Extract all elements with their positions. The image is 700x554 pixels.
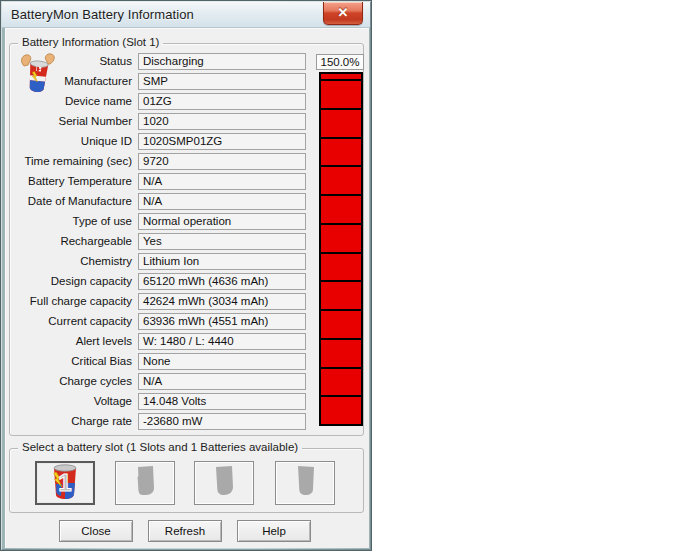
info-row-label: Full charge capacity	[10, 293, 138, 309]
battery-slot-button-2[interactable]	[115, 461, 175, 505]
info-row-value-field[interactable]: W: 1480 / L: 4440	[138, 333, 306, 350]
info-row-value-field[interactable]: 65120 mWh (4636 mAh)	[138, 273, 306, 290]
info-row: ManufacturerSMP	[10, 73, 363, 93]
info-row-label: Alert levels	[10, 333, 138, 349]
battery-slot-button-4[interactable]	[275, 461, 335, 505]
info-row-value-field[interactable]: 14.048 Volts	[138, 393, 306, 410]
window-title: BatteryMon Battery Information	[11, 7, 194, 22]
info-row: Type of useNormal operation	[10, 213, 363, 233]
info-row-label: Unique ID	[10, 133, 138, 149]
info-row-label: Chemistry	[10, 253, 138, 269]
info-row: Charge cyclesN/A	[10, 373, 363, 393]
title-bar[interactable]: BatteryMon Battery Information	[2, 2, 370, 28]
gauge-segment	[321, 254, 361, 283]
info-row-label: Time remaining (sec)	[10, 153, 138, 169]
info-row-value-field[interactable]: SMP	[138, 73, 306, 90]
gauge-segment	[321, 81, 361, 110]
info-row-value-field[interactable]: 1020SMP01ZG	[138, 133, 306, 150]
info-row-value-field[interactable]: Yes	[138, 233, 306, 250]
info-row-label: Rechargeable	[10, 233, 138, 249]
info-row: Battery TemperatureN/A	[10, 173, 363, 193]
charge-level-gauge	[319, 72, 363, 426]
battery-info-group-title: Battery Information (Slot 1)	[18, 36, 163, 48]
info-row-value-field[interactable]: Discharging	[138, 53, 306, 70]
info-row: Unique ID1020SMP01ZG	[10, 133, 363, 153]
info-row-value-field[interactable]: N/A	[138, 373, 306, 390]
info-row: Full charge capacity42624 mWh (3034 mAh)	[10, 293, 363, 313]
info-row-label: Current capacity	[10, 313, 138, 329]
gauge-segment	[321, 282, 361, 311]
info-row-label: Battery Temperature	[10, 173, 138, 189]
gauge-segment	[321, 397, 361, 424]
battery-slot-2-empty-icon	[130, 464, 160, 502]
gauge-segment	[321, 196, 361, 225]
info-row-label: Date of Manufacture	[10, 193, 138, 209]
info-row-value-field[interactable]: Lithium Ion	[138, 253, 306, 270]
info-row: ChemistryLithium Ion	[10, 253, 363, 273]
info-row: Time remaining (sec)9720	[10, 153, 363, 173]
info-row: Critical BiasNone	[10, 353, 363, 373]
close-window-button[interactable]: ✕	[323, 2, 363, 25]
info-row-value-field[interactable]: 1020	[138, 113, 306, 130]
info-row: Serial Number1020	[10, 113, 363, 133]
info-row-value-field[interactable]: 42624 mWh (3034 mAh)	[138, 293, 306, 310]
info-row-value-field[interactable]: N/A	[138, 193, 306, 210]
battery-slot-1-icon: 1	[48, 462, 82, 504]
info-row: StatusDischarging	[10, 53, 363, 73]
desktop-canvas: BatteryMon Battery Information ✕ Battery…	[0, 0, 700, 554]
gauge-segment	[321, 340, 361, 369]
info-row: RechargeableYes	[10, 233, 363, 253]
info-row-label: Charge rate	[10, 413, 138, 429]
help-button[interactable]: Help	[237, 520, 311, 542]
close-button[interactable]: Close	[59, 520, 133, 542]
info-row-value-field[interactable]: N/A	[138, 173, 306, 190]
gauge-segment	[321, 110, 361, 139]
dialog-client-area: Battery Information (Slot 1)	[5, 28, 369, 548]
battery-slot-4-empty-icon	[290, 464, 320, 502]
info-row: Device name01ZG	[10, 93, 363, 113]
info-row-label: Type of use	[10, 213, 138, 229]
info-row-label: Charge cycles	[10, 373, 138, 389]
gauge-segment	[321, 369, 361, 398]
battery-slot-button-1[interactable]: 1	[35, 461, 95, 505]
info-row: Alert levelsW: 1480 / L: 4440	[10, 333, 363, 353]
gauge-segment	[321, 225, 361, 254]
info-row-value-field[interactable]: 63936 mWh (4551 mAh)	[138, 313, 306, 330]
refresh-button[interactable]: Refresh	[148, 520, 222, 542]
close-icon: ✕	[338, 5, 349, 20]
battery-slot-button-3[interactable]	[194, 461, 254, 505]
info-row-value-field[interactable]: None	[138, 353, 306, 370]
info-row-label: Serial Number	[10, 113, 138, 129]
info-row-label: Device name	[10, 93, 138, 109]
info-row-value-field[interactable]: 01ZG	[138, 93, 306, 110]
battery-slot-3-empty-icon	[209, 464, 239, 502]
battery-info-rows: StatusDischargingManufacturerSMPDevice n…	[10, 53, 363, 433]
info-row: Voltage14.048 Volts	[10, 393, 363, 413]
svg-text:1: 1	[58, 469, 71, 496]
info-row-label: Manufacturer	[10, 73, 138, 89]
charge-percent-label: 150.0%	[316, 54, 364, 70]
info-row-label: Voltage	[10, 393, 138, 409]
gauge-segment	[321, 139, 361, 168]
info-row: Date of ManufactureN/A	[10, 193, 363, 213]
info-row-label: Status	[10, 53, 138, 69]
gauge-segment	[321, 74, 361, 81]
batterymon-dialog-window: BatteryMon Battery Information ✕ Battery…	[0, 0, 372, 551]
info-row: Design capacity65120 mWh (4636 mAh)	[10, 273, 363, 293]
info-row-value-field[interactable]: -23680 mW	[138, 413, 306, 430]
info-row: Charge rate-23680 mW	[10, 413, 363, 433]
info-row-value-field[interactable]: 9720	[138, 153, 306, 170]
info-row-value-field[interactable]: Normal operation	[138, 213, 306, 230]
gauge-segment	[321, 167, 361, 196]
slot-select-group-title: Select a battery slot (1 Slots and 1 Bat…	[18, 441, 302, 453]
gauge-segment	[321, 311, 361, 340]
battery-info-group: Battery Information (Slot 1)	[9, 43, 364, 436]
slot-select-group: Select a battery slot (1 Slots and 1 Bat…	[9, 448, 364, 513]
info-row-label: Design capacity	[10, 273, 138, 289]
info-row-label: Critical Bias	[10, 353, 138, 369]
info-row: Current capacity63936 mWh (4551 mAh)	[10, 313, 363, 333]
